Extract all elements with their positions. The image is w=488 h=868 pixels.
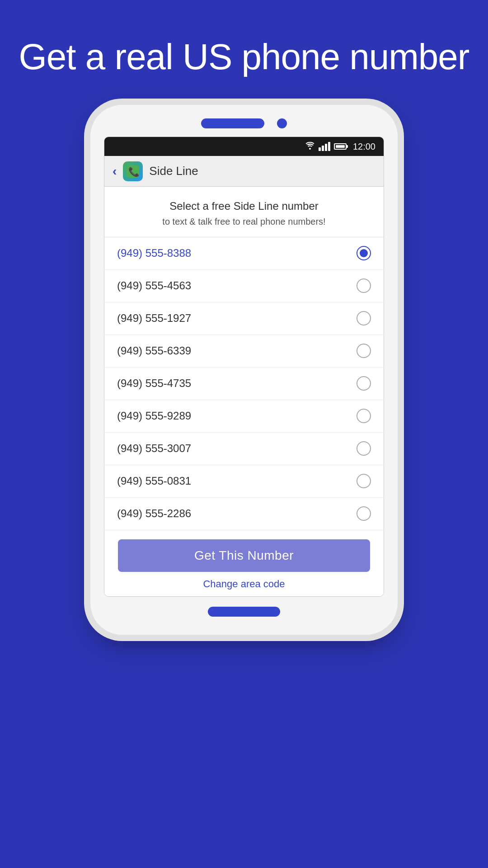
phone-screen: 12:00 ‹ 📞 Side Line Select a free Side L…: [104, 137, 384, 597]
back-button[interactable]: ‹: [113, 164, 117, 179]
app-logo-icon: 📞: [123, 161, 143, 181]
phone-camera: [277, 118, 287, 128]
number-list: (949) 555-8388(949) 555-4563(949) 555-19…: [104, 237, 384, 530]
radio-button[interactable]: [357, 311, 371, 326]
radio-button[interactable]: [357, 474, 371, 488]
radio-button[interactable]: [357, 278, 371, 293]
select-header: Select a free Side Line number to text &…: [104, 187, 384, 237]
number-list-item[interactable]: (949) 555-0831: [104, 465, 384, 498]
battery-icon: [334, 143, 347, 150]
radio-button[interactable]: [357, 344, 371, 358]
number-list-item[interactable]: (949) 555-4735: [104, 368, 384, 400]
svg-text:📞: 📞: [128, 166, 139, 177]
phone-number-text: (949) 555-0831: [117, 475, 191, 487]
status-icons: 12:00: [305, 142, 375, 152]
app-bar: ‹ 📞 Side Line: [104, 156, 384, 187]
phone-number-text: (949) 555-8388: [117, 247, 191, 259]
phone-number-text: (949) 555-2286: [117, 507, 191, 520]
wifi-icon: [305, 142, 315, 152]
number-list-item[interactable]: (949) 555-1927: [104, 302, 384, 335]
number-list-item[interactable]: (949) 555-4563: [104, 270, 384, 302]
phone-number-text: (949) 555-1927: [117, 312, 191, 325]
radio-button[interactable]: [357, 441, 371, 456]
change-area-code-link[interactable]: Change area code: [203, 578, 285, 590]
status-time: 12:00: [353, 142, 375, 152]
phone-number-text: (949) 555-4735: [117, 377, 191, 390]
number-list-item[interactable]: (949) 555-9289: [104, 400, 384, 433]
radio-button[interactable]: [357, 506, 371, 521]
phone-number-text: (949) 555-6339: [117, 344, 191, 357]
home-button[interactable]: [208, 607, 280, 617]
get-number-button[interactable]: Get This Number: [118, 539, 370, 572]
number-list-item[interactable]: (949) 555-8388: [104, 237, 384, 270]
radio-button[interactable]: [357, 409, 371, 423]
phone-number-text: (949) 555-4563: [117, 279, 191, 292]
number-list-item[interactable]: (949) 555-6339: [104, 335, 384, 368]
cta-area: Get This Number Change area code: [104, 530, 384, 596]
app-title: Side Line: [149, 164, 198, 178]
radio-button[interactable]: [357, 376, 371, 391]
phone-top-bar: [90, 118, 398, 128]
radio-button[interactable]: [357, 246, 371, 260]
status-bar: 12:00: [104, 137, 384, 156]
phone-speaker: [201, 118, 264, 128]
phone-number-text: (949) 555-3007: [117, 442, 191, 455]
number-list-item[interactable]: (949) 555-3007: [104, 433, 384, 465]
number-list-item[interactable]: (949) 555-2286: [104, 498, 384, 530]
phone-bottom-bar: [208, 607, 280, 617]
select-title: Select a free Side Line number: [118, 198, 370, 214]
select-subtitle: to text & talk free to real phone number…: [118, 217, 370, 227]
screen-content: Select a free Side Line number to text &…: [104, 187, 384, 596]
phone-number-text: (949) 555-9289: [117, 410, 191, 422]
phone-shell: 12:00 ‹ 📞 Side Line Select a free Side L…: [90, 105, 398, 635]
signal-icon: [319, 142, 330, 151]
hero-title: Get a real US phone number: [19, 36, 469, 78]
